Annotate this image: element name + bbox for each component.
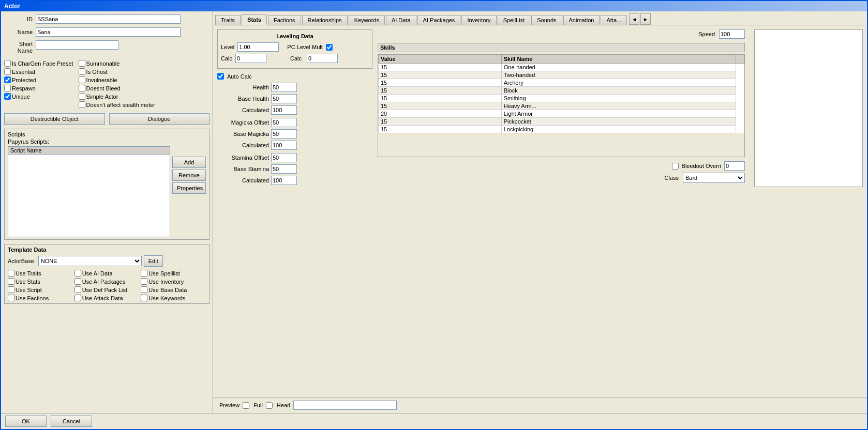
summonable-checkbox[interactable] [79, 60, 85, 67]
respawn-checkbox-label[interactable]: Respawn [4, 85, 73, 91]
base-health-input[interactable] [271, 94, 297, 103]
skills-table-row[interactable]: 20Light Armor [379, 110, 744, 118]
use-ai-data-checkbox[interactable] [74, 270, 81, 277]
short-name-input[interactable] [36, 40, 118, 50]
remove-script-button[interactable]: Remove [172, 170, 206, 181]
tab-ai-data[interactable]: AI Data [386, 15, 416, 25]
speed-input[interactable] [719, 29, 745, 39]
auto-calc-checkbox[interactable] [217, 73, 224, 80]
tab-nav-prev[interactable]: ◄ [629, 13, 639, 25]
use-attack-data-checkbox[interactable] [74, 295, 81, 301]
tab-keywords[interactable]: Keywords [349, 15, 385, 25]
health-input[interactable] [271, 83, 297, 92]
use-factions-checkbox[interactable] [8, 295, 14, 301]
bleedout-input[interactable] [724, 161, 745, 171]
preview-input[interactable] [293, 401, 397, 410]
use-inventory-checkbox[interactable] [141, 278, 147, 285]
skills-table-row[interactable]: 15Lockpicking [379, 126, 744, 133]
use-base-data-label[interactable]: Use Base Data [141, 286, 206, 293]
is-chargen-checkbox-label[interactable]: Is CharGen Face Preset [4, 60, 73, 67]
no-stealth-checkbox[interactable] [79, 101, 85, 108]
ok-button[interactable]: OK [5, 416, 47, 427]
use-script-checkbox[interactable] [8, 286, 14, 293]
name-input[interactable] [36, 27, 181, 37]
skills-table-row[interactable]: 15One-handed [379, 64, 744, 71]
preview-head-checkbox[interactable] [266, 402, 273, 409]
use-ai-packages-checkbox[interactable] [74, 278, 81, 285]
use-base-data-checkbox[interactable] [141, 286, 147, 293]
edit-template-button[interactable]: Edit [144, 255, 163, 267]
use-traits-checkbox[interactable] [8, 270, 14, 277]
summonable-checkbox-label[interactable]: Summonable [79, 60, 155, 67]
destructible-object-button[interactable]: Destructible Object [4, 113, 105, 125]
respawn-checkbox[interactable] [4, 85, 11, 91]
unique-checkbox[interactable] [4, 93, 11, 100]
skills-scroll[interactable]: Value Skill Name 15One-handed15Two-hande… [378, 54, 745, 157]
no-stealth-checkbox-label[interactable]: Doesn't affect stealth meter [79, 101, 155, 108]
tab-spelllist[interactable]: SpellList [498, 15, 531, 25]
use-stats-checkbox[interactable] [8, 278, 14, 285]
use-keywords-checkbox[interactable] [141, 295, 147, 301]
cancel-button[interactable]: Cancel [51, 416, 92, 427]
bleedout-checkbox[interactable] [672, 163, 679, 170]
skills-table-row[interactable]: 15Archery [379, 79, 744, 87]
is-chargen-checkbox[interactable] [4, 60, 11, 67]
invulnerable-checkbox-label[interactable]: Invulnerable [79, 76, 155, 83]
tab-attack[interactable]: Atta... [601, 15, 627, 25]
is-ghost-checkbox-label[interactable]: Is Ghost [79, 68, 155, 75]
actor-base-select[interactable]: NONE [38, 256, 142, 266]
preview-full-checkbox[interactable] [243, 402, 249, 409]
skills-table-row[interactable]: 15Heavy Arm... [379, 102, 744, 110]
invulnerable-checkbox[interactable] [79, 76, 85, 83]
tab-traits[interactable]: Traits [215, 15, 241, 25]
calc-magicka-input[interactable] [271, 141, 297, 150]
protected-checkbox[interactable] [4, 76, 11, 83]
scripts-list-body[interactable] [8, 155, 170, 237]
doesnt-bleed-checkbox[interactable] [79, 85, 85, 91]
level-input[interactable] [237, 42, 279, 52]
use-def-pack-checkbox[interactable] [74, 286, 81, 293]
properties-script-button[interactable]: Properties [172, 182, 206, 194]
stamina-offset-input[interactable] [271, 153, 297, 162]
skills-table-row[interactable]: 15Pickpocket [379, 118, 744, 126]
dialogue-button[interactable]: Dialogue [109, 113, 210, 125]
use-attack-data-label[interactable]: Use Attack Data [74, 295, 140, 301]
use-def-pack-label[interactable]: Use Def Pack List [74, 286, 140, 293]
magicka-offset-input[interactable] [271, 118, 297, 127]
use-traits-label[interactable]: Use Traits [8, 270, 73, 277]
base-stamina-input[interactable] [271, 164, 297, 174]
use-ai-packages-label[interactable]: Use AI Packages [74, 278, 140, 285]
calc-stamina-input[interactable] [271, 176, 297, 185]
class-select[interactable]: Bard [683, 173, 745, 183]
use-stats-label[interactable]: Use Stats [8, 278, 73, 285]
use-spelllist-checkbox[interactable] [141, 270, 147, 277]
use-ai-data-label[interactable]: Use AI Data [74, 270, 140, 277]
simple-actor-checkbox[interactable] [79, 93, 85, 100]
essential-checkbox[interactable] [4, 68, 11, 75]
tab-inventory[interactable]: Inventory [461, 15, 496, 25]
essential-checkbox-label[interactable]: Essential [4, 68, 73, 75]
tab-animation[interactable]: Animation [563, 15, 600, 25]
calc-input1[interactable] [235, 54, 266, 63]
skills-table-row[interactable]: 15Block [379, 87, 744, 95]
use-inventory-label[interactable]: Use Inventory [141, 278, 206, 285]
tab-nav-next[interactable]: ► [640, 13, 651, 25]
simple-actor-checkbox-label[interactable]: Simple Actor [79, 93, 155, 100]
use-spelllist-label[interactable]: Use Spelllist [141, 270, 206, 277]
unique-checkbox-label[interactable]: Unique [4, 93, 73, 100]
tab-relationships[interactable]: Relationships [302, 15, 348, 25]
calc-input2[interactable] [307, 54, 338, 63]
use-keywords-label[interactable]: Use Keywords [141, 295, 206, 301]
tab-sounds[interactable]: Sounds [531, 15, 562, 25]
skills-table-row[interactable]: 15Two-handed [379, 71, 744, 79]
add-script-button[interactable]: Add [172, 157, 206, 168]
tab-ai-packages[interactable]: AI Packages [417, 15, 461, 25]
skills-table-row[interactable]: 15Smithing [379, 95, 744, 102]
pc-level-mult-checkbox[interactable] [326, 44, 333, 51]
protected-checkbox-label[interactable]: Protected [4, 76, 73, 83]
base-magicka-input[interactable] [271, 129, 297, 139]
doesnt-bleed-checkbox-label[interactable]: Doesnt Bleed [79, 85, 155, 91]
calc-health-input[interactable] [271, 105, 297, 115]
use-script-label[interactable]: Use Script [8, 286, 73, 293]
id-input[interactable] [36, 14, 181, 24]
